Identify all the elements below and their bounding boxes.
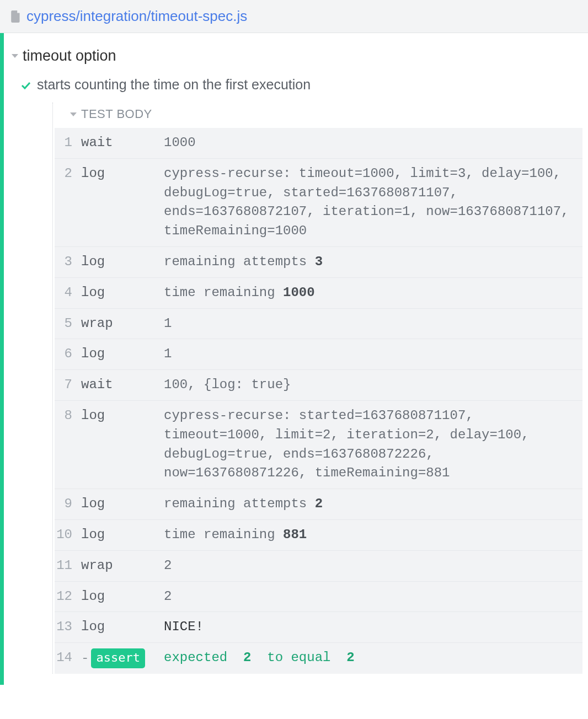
command-name: - assert xyxy=(81,648,164,668)
command-number: 7 xyxy=(55,375,81,395)
command-row[interactable]: 12 log 2 xyxy=(55,582,582,613)
command-number: 11 xyxy=(55,556,81,576)
command-message: cypress-recurse: started=1637680871107, … xyxy=(164,406,575,483)
file-icon xyxy=(11,10,21,23)
command-row[interactable]: 6 log 1 xyxy=(55,339,582,370)
command-number: 14 xyxy=(55,648,81,668)
command-number: 3 xyxy=(55,253,81,272)
tree-line xyxy=(52,103,53,674)
command-name: wait xyxy=(81,133,164,153)
command-row[interactable]: 5 wrap 1 xyxy=(55,309,582,340)
test-body-label: TEST BODY xyxy=(81,107,152,121)
command-number: 13 xyxy=(55,618,81,637)
suite-title: timeout option xyxy=(23,47,116,65)
command-row-assert[interactable]: 14 - assert expected 2 to equal 2 xyxy=(55,643,582,674)
caret-down-icon xyxy=(70,112,77,116)
command-message: NICE! xyxy=(164,618,575,637)
command-row[interactable]: 11 wrap 2 xyxy=(55,551,582,582)
command-number: 6 xyxy=(55,345,81,364)
command-message: 1 xyxy=(164,345,575,364)
command-name: wait xyxy=(81,375,164,395)
command-name: log xyxy=(81,525,164,545)
command-message: time remaining 1000 xyxy=(164,283,575,303)
command-row[interactable]: 1 wait 1000 xyxy=(55,128,582,159)
command-number: 12 xyxy=(55,587,81,607)
command-number: 10 xyxy=(55,525,81,545)
command-name: log xyxy=(81,406,164,483)
command-name: log xyxy=(81,587,164,607)
test-body-header[interactable]: TEST BODY xyxy=(55,103,582,128)
command-name: log xyxy=(81,253,164,272)
command-row[interactable]: 9 log remaining attempts 2 xyxy=(55,489,582,520)
command-message: 100, {log: true} xyxy=(164,375,575,395)
command-name: wrap xyxy=(81,556,164,576)
assert-message: expected 2 to equal 2 xyxy=(164,648,575,668)
command-list: 1 wait 1000 2 log cypress-recurse: timeo… xyxy=(55,128,582,674)
command-row[interactable]: 13 log NICE! xyxy=(55,612,582,643)
command-name: log xyxy=(81,495,164,514)
suite-title-row[interactable]: timeout option xyxy=(4,43,588,72)
command-message: remaining attempts 2 xyxy=(164,495,575,514)
command-message: cypress-recurse: timeout=1000, limit=3, … xyxy=(164,164,575,241)
command-row[interactable]: 3 log remaining attempts 3 xyxy=(55,247,582,278)
command-row[interactable]: 4 log time remaining 1000 xyxy=(55,278,582,309)
test-title-row[interactable]: starts counting the time on the first ex… xyxy=(4,72,588,103)
test-reporter: timeout option starts counting the time … xyxy=(0,33,588,685)
command-message: 1000 xyxy=(164,133,575,153)
command-message: remaining attempts 3 xyxy=(164,253,575,272)
command-name: log xyxy=(81,618,164,637)
file-header: cypress/integration/timeout-spec.js xyxy=(0,0,588,33)
command-name: wrap xyxy=(81,314,164,334)
command-row[interactable]: 2 log cypress-recurse: timeout=1000, lim… xyxy=(55,159,582,247)
assert-pill: assert xyxy=(91,648,145,668)
command-name: log xyxy=(81,345,164,364)
command-message: time remaining 881 xyxy=(164,525,575,545)
test-body: TEST BODY 1 wait 1000 2 log cypress-recu… xyxy=(4,103,588,674)
command-row[interactable]: 10 log time remaining 881 xyxy=(55,520,582,551)
command-name: log xyxy=(81,164,164,241)
command-number: 2 xyxy=(55,164,81,241)
command-number: 5 xyxy=(55,314,81,334)
command-message: 2 xyxy=(164,556,575,576)
command-row[interactable]: 7 wait 100, {log: true} xyxy=(55,370,582,401)
test-title: starts counting the time on the first ex… xyxy=(37,77,311,93)
command-message: 1 xyxy=(164,314,575,334)
command-number: 1 xyxy=(55,133,81,153)
command-number: 9 xyxy=(55,495,81,514)
command-name: log xyxy=(81,283,164,303)
command-row[interactable]: 8 log cypress-recurse: started=163768087… xyxy=(55,401,582,489)
check-icon xyxy=(20,79,31,90)
file-path[interactable]: cypress/integration/timeout-spec.js xyxy=(26,8,247,25)
caret-down-icon xyxy=(12,54,18,58)
command-number: 8 xyxy=(55,406,81,483)
command-number: 4 xyxy=(55,283,81,303)
command-message: 2 xyxy=(164,587,575,607)
